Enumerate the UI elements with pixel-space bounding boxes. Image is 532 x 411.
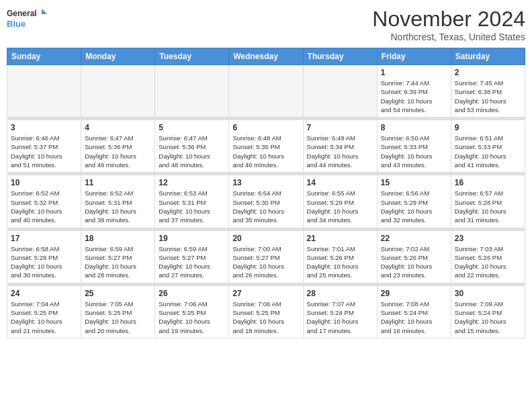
calendar-day-6: 6Sunrise: 6:48 AM Sunset: 5:35 PM Daylig… [229, 120, 303, 173]
day-number: 1 [381, 68, 447, 77]
day-info: Sunrise: 6:59 AM Sunset: 5:27 PM Dayligh… [159, 244, 225, 280]
calendar-day-12: 12Sunrise: 6:53 AM Sunset: 5:31 PM Dayli… [155, 175, 229, 228]
location: Northcrest, Texas, United States [372, 32, 525, 42]
day-info: Sunrise: 6:54 AM Sunset: 5:30 PM Dayligh… [232, 189, 299, 224]
day-info: Sunrise: 6:55 AM Sunset: 5:29 PM Dayligh… [307, 189, 373, 224]
calendar-day-15: 15Sunrise: 6:56 AM Sunset: 5:29 PM Dayli… [377, 175, 451, 228]
day-number: 15 [381, 178, 447, 187]
day-info: Sunrise: 6:47 AM Sunset: 5:36 PM Dayligh… [159, 134, 225, 169]
day-number: 3 [11, 123, 77, 132]
day-info: Sunrise: 6:51 AM Sunset: 5:33 PM Dayligh… [455, 134, 521, 169]
day-info: Sunrise: 6:57 AM Sunset: 5:28 PM Dayligh… [455, 189, 521, 224]
day-number: 19 [159, 234, 225, 243]
day-info: Sunrise: 7:02 AM Sunset: 5:26 PM Dayligh… [381, 244, 447, 280]
day-info: Sunrise: 6:58 AM Sunset: 5:28 PM Dayligh… [11, 244, 77, 280]
day-number: 7 [307, 123, 373, 132]
svg-marker-1 [42, 9, 47, 14]
day-number: 18 [85, 234, 151, 243]
day-info: Sunrise: 6:53 AM Sunset: 5:31 PM Dayligh… [159, 189, 225, 224]
day-number: 9 [455, 123, 521, 132]
calendar-day-2: 2Sunrise: 7:45 AM Sunset: 6:38 PM Daylig… [451, 65, 525, 118]
calendar-day-9: 9Sunrise: 6:51 AM Sunset: 5:33 PM Daylig… [451, 120, 525, 173]
day-number: 2 [455, 68, 521, 77]
day-info: Sunrise: 6:56 AM Sunset: 5:29 PM Dayligh… [381, 189, 447, 224]
calendar-week-row: 24Sunrise: 7:04 AM Sunset: 5:25 PM Dayli… [7, 285, 525, 338]
weekday-header-tuesday: Tuesday [155, 48, 229, 65]
calendar-day-11: 11Sunrise: 6:52 AM Sunset: 5:31 PM Dayli… [81, 175, 155, 228]
calendar-day-7: 7Sunrise: 6:49 AM Sunset: 5:34 PM Daylig… [303, 120, 377, 173]
day-number: 4 [85, 123, 151, 132]
day-number: 5 [159, 123, 225, 132]
day-number: 27 [232, 289, 299, 298]
day-number: 6 [232, 123, 299, 132]
day-number: 16 [455, 178, 521, 187]
weekday-header-row: SundayMondayTuesdayWednesdayThursdayFrid… [7, 48, 525, 65]
day-info: Sunrise: 6:52 AM Sunset: 5:32 PM Dayligh… [11, 189, 77, 224]
calendar-day-20: 20Sunrise: 7:00 AM Sunset: 5:27 PM Dayli… [229, 230, 303, 283]
day-info: Sunrise: 6:49 AM Sunset: 5:34 PM Dayligh… [307, 134, 373, 169]
day-info: Sunrise: 7:03 AM Sunset: 5:26 PM Dayligh… [455, 244, 521, 280]
calendar-week-row: 17Sunrise: 6:58 AM Sunset: 5:28 PM Dayli… [7, 230, 525, 283]
day-info: Sunrise: 7:08 AM Sunset: 5:24 PM Dayligh… [381, 300, 447, 335]
calendar-day-23: 23Sunrise: 7:03 AM Sunset: 5:26 PM Dayli… [451, 230, 525, 283]
day-number: 13 [232, 178, 299, 187]
calendar-day-29: 29Sunrise: 7:08 AM Sunset: 5:24 PM Dayli… [377, 285, 451, 338]
day-number: 25 [85, 289, 151, 298]
day-info: Sunrise: 7:07 AM Sunset: 5:24 PM Dayligh… [307, 300, 373, 335]
calendar-day-empty [303, 65, 377, 118]
calendar-day-empty [7, 65, 81, 118]
svg-text:General: General [7, 9, 37, 18]
day-number: 23 [455, 234, 521, 243]
day-number: 24 [11, 289, 77, 298]
day-info: Sunrise: 6:46 AM Sunset: 5:37 PM Dayligh… [11, 134, 77, 169]
calendar-day-1: 1Sunrise: 7:44 AM Sunset: 6:39 PM Daylig… [377, 65, 451, 118]
day-number: 14 [307, 178, 373, 187]
calendar-day-empty [155, 65, 229, 118]
day-number: 26 [159, 289, 225, 298]
calendar-day-22: 22Sunrise: 7:02 AM Sunset: 5:26 PM Dayli… [377, 230, 451, 283]
day-number: 20 [232, 234, 299, 243]
svg-text:Blue: Blue [7, 19, 26, 29]
weekday-header-monday: Monday [81, 48, 155, 65]
day-info: Sunrise: 6:50 AM Sunset: 5:33 PM Dayligh… [381, 134, 447, 169]
day-number: 11 [85, 178, 151, 187]
calendar-day-17: 17Sunrise: 6:58 AM Sunset: 5:28 PM Dayli… [7, 230, 81, 283]
calendar-day-27: 27Sunrise: 7:06 AM Sunset: 5:25 PM Dayli… [229, 285, 303, 338]
month-title: November 2024 [372, 7, 525, 32]
calendar-day-5: 5Sunrise: 6:47 AM Sunset: 5:36 PM Daylig… [155, 120, 229, 173]
calendar-day-3: 3Sunrise: 6:46 AM Sunset: 5:37 PM Daylig… [7, 120, 81, 173]
calendar-day-21: 21Sunrise: 7:01 AM Sunset: 5:26 PM Dayli… [303, 230, 377, 283]
day-info: Sunrise: 7:04 AM Sunset: 5:25 PM Dayligh… [11, 300, 77, 335]
calendar-day-18: 18Sunrise: 6:59 AM Sunset: 5:27 PM Dayli… [81, 230, 155, 283]
weekday-header-friday: Friday [377, 48, 451, 65]
day-info: Sunrise: 6:52 AM Sunset: 5:31 PM Dayligh… [85, 189, 151, 224]
day-number: 22 [381, 234, 447, 243]
day-info: Sunrise: 7:06 AM Sunset: 5:25 PM Dayligh… [159, 300, 225, 335]
calendar-day-25: 25Sunrise: 7:05 AM Sunset: 5:25 PM Dayli… [81, 285, 155, 338]
day-number: 28 [307, 289, 373, 298]
day-info: Sunrise: 6:59 AM Sunset: 5:27 PM Dayligh… [85, 244, 151, 280]
calendar-week-row: 10Sunrise: 6:52 AM Sunset: 5:32 PM Dayli… [7, 175, 525, 228]
calendar-day-16: 16Sunrise: 6:57 AM Sunset: 5:28 PM Dayli… [451, 175, 525, 228]
calendar-day-26: 26Sunrise: 7:06 AM Sunset: 5:25 PM Dayli… [155, 285, 229, 338]
day-number: 17 [11, 234, 77, 243]
calendar-day-empty [229, 65, 303, 118]
calendar-day-10: 10Sunrise: 6:52 AM Sunset: 5:32 PM Dayli… [7, 175, 81, 228]
calendar-day-30: 30Sunrise: 7:09 AM Sunset: 5:24 PM Dayli… [451, 285, 525, 338]
calendar-day-4: 4Sunrise: 6:47 AM Sunset: 5:36 PM Daylig… [81, 120, 155, 173]
title-area: November 2024 Northcrest, Texas, United … [372, 7, 525, 42]
calendar-day-13: 13Sunrise: 6:54 AM Sunset: 5:30 PM Dayli… [229, 175, 303, 228]
calendar-table: SundayMondayTuesdayWednesdayThursdayFrid… [7, 48, 525, 338]
calendar-day-14: 14Sunrise: 6:55 AM Sunset: 5:29 PM Dayli… [303, 175, 377, 228]
calendar-week-row: 3Sunrise: 6:46 AM Sunset: 5:37 PM Daylig… [7, 120, 525, 173]
day-number: 10 [11, 178, 77, 187]
calendar-week-row: 1Sunrise: 7:44 AM Sunset: 6:39 PM Daylig… [7, 65, 525, 118]
day-number: 29 [381, 289, 447, 298]
day-info: Sunrise: 6:47 AM Sunset: 5:36 PM Dayligh… [85, 134, 151, 169]
day-info: Sunrise: 7:06 AM Sunset: 5:25 PM Dayligh… [232, 300, 299, 335]
logo-svg: General Blue [7, 7, 47, 31]
calendar-day-28: 28Sunrise: 7:07 AM Sunset: 5:24 PM Dayli… [303, 285, 377, 338]
day-info: Sunrise: 7:44 AM Sunset: 6:39 PM Dayligh… [381, 79, 447, 114]
weekday-header-sunday: Sunday [7, 48, 81, 65]
calendar-day-8: 8Sunrise: 6:50 AM Sunset: 5:33 PM Daylig… [377, 120, 451, 173]
